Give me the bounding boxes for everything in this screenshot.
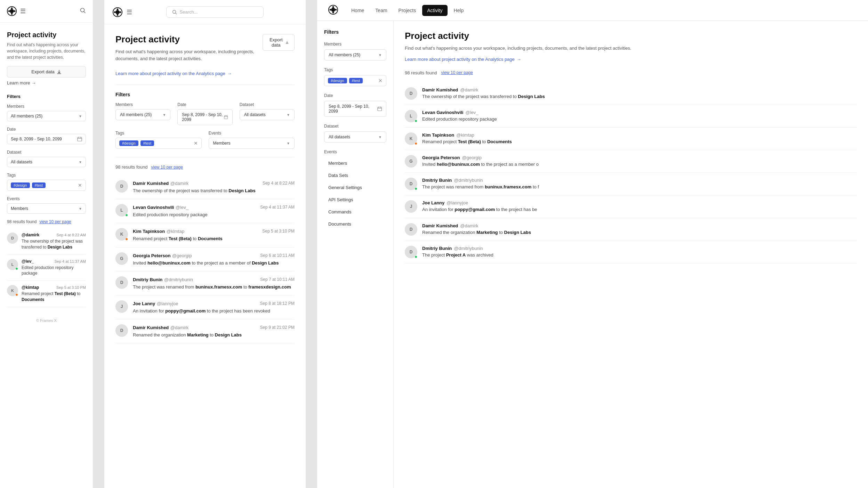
members-dropdown[interactable]: All members (25) ▼: [324, 49, 386, 60]
nav-projects[interactable]: Projects: [394, 5, 421, 16]
activity-user: Dmitriy Bunin @dmitriybunin: [422, 246, 857, 251]
tags-input: #design #test ✕: [324, 75, 386, 86]
activity-username: @lev_: [22, 259, 34, 264]
activity-desc: Edited production repository package: [133, 212, 295, 218]
date-input[interactable]: Sep 8, 2099 - Sep 10, 2099: [324, 101, 386, 117]
events-dropdown[interactable]: Members ▼: [7, 203, 86, 214]
menu-icon[interactable]: ☰: [127, 8, 132, 16]
activity-desc: Renamed project Test (Beta) to Documents: [133, 236, 295, 242]
export-icon: [57, 70, 62, 74]
learn-more-link[interactable]: Learn more about project activity on the…: [115, 71, 295, 76]
dataset-value: All datasets: [244, 112, 266, 117]
activity-body: Georgia Peterson @georgip Invited hello@…: [422, 155, 857, 168]
search-icon: [172, 10, 177, 15]
activity-body: Georgia Peterson @georgip Sep 6 at 10:11…: [133, 252, 295, 266]
view-per-page-link[interactable]: view 10 per page: [39, 219, 71, 224]
tags-input: #design #test ✕: [115, 138, 202, 149]
export-label: Export data: [268, 37, 283, 48]
members-label: Members: [7, 104, 86, 109]
tags-label: Tags: [7, 173, 86, 178]
tag-test: #test: [32, 182, 46, 188]
activity-user: Levan Gavinoshvili @lev_: [133, 204, 188, 210]
events-filter: Events Members ▼: [7, 196, 86, 214]
chevron-down-icon: ▼: [378, 53, 382, 57]
search-button[interactable]: [80, 7, 86, 15]
date-value: Sep 8, 2099 - Sep 10, 2099: [329, 104, 377, 114]
tag-design: #design: [119, 140, 138, 146]
nav-activity[interactable]: Activity: [422, 5, 447, 16]
activity-time: Sep 8 at 18:12 PM: [260, 301, 295, 306]
gap-right: [306, 0, 317, 488]
user-handle: @lannyjoe: [447, 200, 468, 205]
menu-icon[interactable]: ☰: [20, 7, 26, 15]
avatar: D: [115, 324, 128, 337]
activity-meta: Damir Kumished @damirk Sep 9 at 21:02 PM: [133, 324, 295, 331]
tags-clear-button[interactable]: ✕: [378, 78, 383, 83]
avatar: D: [405, 178, 417, 190]
activity-list: D Damir Kumished @damirk The ownership o…: [405, 82, 857, 264]
tags-clear-button[interactable]: ✕: [194, 140, 198, 146]
dataset-label: Dataset: [240, 102, 295, 107]
dataset-dropdown[interactable]: All datasets ▼: [7, 157, 86, 167]
dataset-dropdown[interactable]: All datasets ▼: [240, 109, 295, 120]
avatar: D: [405, 87, 417, 100]
event-item-documents[interactable]: Documents: [324, 218, 386, 230]
events-dropdown[interactable]: Members ▼: [209, 138, 295, 149]
user-name: Joe Lanny: [422, 200, 444, 205]
activity-body: Dmitriy Bunin @dmitriybunin The project …: [422, 178, 857, 190]
learn-more-link[interactable]: Learn more about project activity on the…: [405, 57, 857, 62]
nav-help[interactable]: Help: [449, 5, 469, 16]
tags-inner: #design #test: [119, 140, 154, 146]
activity-body: Kim Tapinkson @kimtap Renamed project Te…: [422, 132, 857, 145]
activity-username: @kimtap: [22, 285, 39, 290]
export-button[interactable]: Export data: [263, 34, 295, 51]
list-item: D Damir Kumished @damirk The ownership o…: [405, 82, 857, 105]
chevron-down-icon: ▼: [79, 207, 82, 211]
user-name: Damir Kumished: [422, 87, 458, 92]
calendar-icon: [77, 137, 82, 141]
page-title: Project activity: [405, 31, 857, 41]
event-item-general[interactable]: General Settings: [324, 181, 386, 194]
date-filter: Date Sep 8, 2099 - Sep 10, 2099: [7, 127, 86, 144]
event-item-commands[interactable]: Commands: [324, 206, 386, 218]
event-item-api[interactable]: API Settings: [324, 194, 386, 206]
activity-body: Dmitriy Bunin @dmitriybunin Sep 7 at 10:…: [133, 276, 295, 290]
activity-time: Sep 7 at 10:11 AM: [260, 277, 295, 282]
export-label: Export data: [31, 69, 55, 74]
view-per-page-link[interactable]: view 10 per page: [441, 70, 473, 75]
search-bar[interactable]: Search...: [166, 6, 264, 18]
nav-team[interactable]: Team: [370, 5, 392, 16]
activity-meta: @damirk Sep 4 at 8:22 AM: [22, 233, 86, 237]
list-item: J Joe Lanny @lannyjoe Sep 8 at 18:12 PM …: [115, 295, 295, 319]
export-button[interactable]: Export data: [7, 66, 86, 78]
date-input[interactable]: Sep 8, 2099 - Sep 10, 2099: [7, 134, 86, 144]
event-item-datasets[interactable]: Data Sets: [324, 169, 386, 181]
tag-test: #test: [349, 78, 363, 83]
tags-filter: Tags #design #test ✕: [7, 173, 86, 191]
activity-body: Dmitriy Bunin @dmitriybunin The project …: [422, 246, 857, 258]
dataset-dropdown[interactable]: All datasets ▼: [324, 131, 386, 143]
tags-clear-button[interactable]: ✕: [78, 182, 82, 188]
date-input[interactable]: Sep 8, 2099 - Sep 10, 2099: [177, 109, 232, 125]
svg-point-4: [8, 10, 10, 12]
page-title: Project activity: [115, 34, 263, 45]
calendar-icon: [377, 106, 382, 111]
view-per-page-link[interactable]: view 10 per page: [151, 165, 183, 170]
list-item: G Georgia Peterson @georgip Sep 6 at 10:…: [115, 247, 295, 271]
learn-more-link[interactable]: Learn more →: [7, 80, 86, 86]
page-subtitle: Find out what's happening across your wo…: [7, 42, 86, 60]
avatar: L: [405, 110, 417, 122]
learn-more-text: Learn more about project activity on the…: [405, 57, 515, 62]
filters-row-1: Members All members (25) ▼ Date Sep 8, 2…: [115, 102, 295, 125]
dataset-filter: Dataset All datasets ▼: [240, 102, 295, 125]
activity-user: Dmitriy Bunin @dmitriybunin: [133, 276, 193, 283]
search-icon: [80, 7, 86, 14]
nav-home[interactable]: Home: [346, 5, 369, 16]
members-dropdown[interactable]: All members (25) ▼: [7, 111, 86, 121]
learn-more-text: Learn more about project activity on the…: [115, 71, 225, 76]
members-dropdown[interactable]: All members (25) ▼: [115, 109, 170, 120]
activity-list: D @damirk Sep 4 at 8:22 AM The ownership…: [7, 228, 86, 307]
activity-body: Levan Gavinoshvili @lev_ Edited producti…: [422, 110, 857, 122]
filters-bar: Filters Members All members (25) ▼ Date …: [115, 92, 295, 149]
event-item-members[interactable]: Members: [324, 157, 386, 169]
